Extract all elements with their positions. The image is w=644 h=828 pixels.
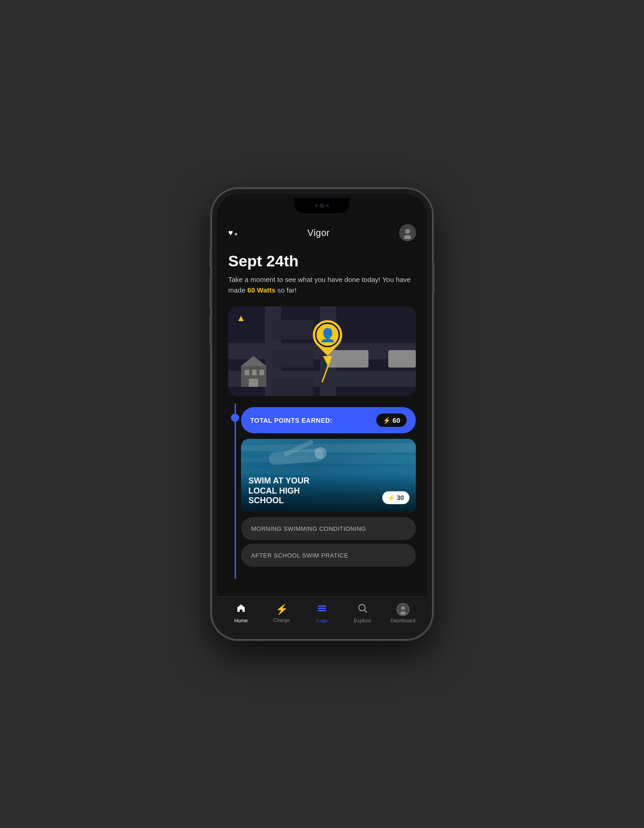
activity-lightning-icon: ⚡ [388,494,395,501]
featured-activity-card[interactable]: SWIM AT YOUR LOCAL HIGH SCHOOL ⚡ 30 [241,439,416,512]
timeline-dot [231,414,239,422]
map-block-2 [272,320,313,339]
pin-circle: 👤 [307,314,349,356]
camera-dot [320,203,324,208]
pin-inner: 👤 [315,322,340,347]
hero-subtitle: Take a moment to see what you have done … [228,275,416,295]
window-3 [259,370,264,375]
points-banner: TOTAL POINTS EARNED: ⚡ 60 [241,407,416,433]
dashboard-avatar [397,603,409,616]
map-block-1 [272,350,313,368]
svg-point-8 [401,606,405,610]
timeline-line [235,403,236,579]
svg-line-7 [365,610,367,612]
app-logo: ♥︎ ● [228,228,238,238]
nav-explore[interactable]: Explore [342,603,383,623]
door [249,379,258,387]
nav-explore-label: Explore [354,618,371,623]
logo-icon: ♥︎ [228,228,233,238]
person-icon: 👤 [320,328,336,343]
phone-screen: ♥︎ ● Vigor Sept 24th Take a moment to se… [217,194,427,634]
home-icon [236,603,246,616]
building-roof [241,356,266,366]
map-building [241,366,266,387]
notch-area [217,194,427,217]
logs-icon [317,603,327,616]
hero-date: Sept 24th [228,252,416,270]
map-block-3 [272,378,313,396]
avatar-icon [401,226,414,239]
activity-title: SWIM AT YOUR LOCAL HIGH SCHOOL [248,476,331,506]
app-title: Vigor [307,228,330,238]
window-2 [252,370,257,375]
hero-section: Sept 24th Take a moment to see what you … [217,245,427,299]
sub-activity-1[interactable]: MORNING SWIMMING CONDITIONING [241,517,416,540]
map-block-light-2 [388,350,416,368]
points-value: 60 [392,416,400,424]
points-label: TOTAL POINTS EARNED: [250,417,333,424]
svg-rect-4 [318,608,326,609]
svg-point-1 [405,229,410,234]
explore-icon [357,603,368,616]
logo-icon-2: ● [234,230,238,238]
nav-home-label: Home [234,618,247,623]
nav-charge-label: Charge [273,617,290,623]
map-background: ▲ 👤 [228,306,416,396]
svg-point-9 [400,611,406,615]
user-avatar[interactable] [399,224,416,241]
window-1 [245,370,249,375]
swimmer-head [315,447,327,459]
subtitle-highlight: 60 Watts [247,286,276,294]
nav-logs[interactable]: Logs [302,603,342,623]
building-body [241,366,266,387]
face-id-dot [315,204,318,207]
notch [294,198,350,213]
svg-rect-5 [318,610,326,611]
nav-dashboard-label: Dashboard [391,618,415,623]
navigation-arrow: ▲ [236,313,246,323]
lightning-badge-icon: ⚡ [383,417,391,424]
timeline-section: TOTAL POINTS EARNED: ⚡ 60 [217,403,427,579]
bottom-nav: Home ⚡ Charge Logs [217,596,427,634]
wave-3 [241,466,416,476]
nav-dashboard[interactable]: Dashboard [383,603,423,623]
app-header: ♥︎ ● Vigor [217,217,427,245]
nav-home[interactable]: Home [221,603,261,623]
screen-content: ♥︎ ● Vigor Sept 24th Take a moment to se… [217,217,427,596]
activity-points-value: 30 [397,494,404,501]
sub-activity-2[interactable]: AFTER SCHOOL SWIM PRATICE [241,544,416,567]
subtitle-suffix: so far! [276,286,297,294]
charge-icon: ⚡ [276,604,288,615]
sub-activity-2-label: AFTER SCHOOL SWIM PRATICE [251,552,348,559]
dashboard-avatar-icon [398,604,408,615]
map-card[interactable]: ▲ 👤 [228,306,416,396]
sensor-dot [326,204,329,207]
nav-charge[interactable]: ⚡ Charge [261,604,302,623]
activity-points-badge: ⚡ 30 [382,491,409,504]
location-pin: 👤 [313,320,342,357]
nav-logs-label: Logs [316,618,328,623]
sub-activity-1-label: MORNING SWIMMING CONDITIONING [251,525,366,532]
phone-frame: ♥︎ ● Vigor Sept 24th Take a moment to se… [212,189,432,639]
points-badge: ⚡ 60 [376,414,407,427]
svg-rect-3 [318,605,326,607]
